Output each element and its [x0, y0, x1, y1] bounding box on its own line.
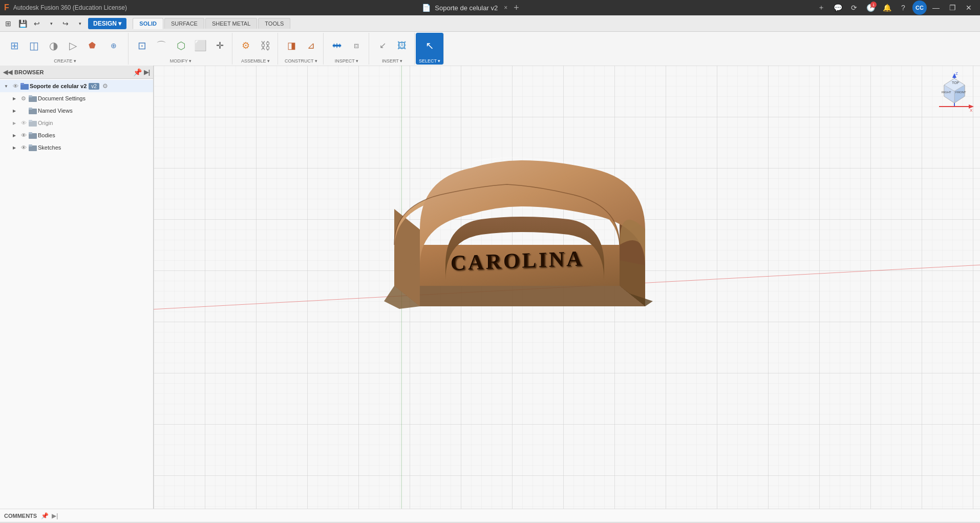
comments-pin-btn[interactable]: 📌 — [41, 512, 49, 519]
folder-icon-doc — [29, 95, 37, 102]
browser-content: 👁 Soporte de celular v2 v2 ⚙ ⚙ Document … — [0, 79, 153, 509]
win-restore-btn[interactable]: ❐ — [945, 3, 960, 13]
fillet-btn[interactable]: ⌒ — [152, 36, 171, 55]
joint-btn[interactable]: ⚙ — [237, 36, 255, 55]
comments-label: COMMENTS — [4, 513, 37, 519]
tab-solid[interactable]: SOLID — [133, 18, 163, 29]
comment-btn[interactable]: 💬 — [830, 1, 845, 15]
comments-bar: COMMENTS 📌 ▶| — [0, 509, 980, 522]
insert-group: ↙ 🖼 INSERT ▾ — [370, 33, 415, 65]
expand-bodies[interactable] — [10, 131, 18, 139]
insert-derive-btn[interactable]: ↙ — [373, 36, 392, 55]
modify-group: ⊡ ⌒ ⬡ ⬜ ✛ MODIFY ▾ — [130, 33, 232, 65]
browser-panel: ◀◀ BROWSER 📌 ▶| 👁 Soporte de celular v2 … — [0, 66, 154, 509]
browser-item-sketches[interactable]: 👁 Sketches — [0, 141, 153, 154]
win-minimize-btn[interactable]: — — [929, 3, 943, 13]
revolve-btn[interactable]: ◑ — [44, 36, 62, 55]
svg-text:Z: Z — [955, 71, 958, 76]
loft-btn[interactable]: ⬟ — [83, 36, 101, 55]
sweep-btn[interactable]: ▷ — [63, 36, 82, 55]
extrude-btn[interactable]: ◫ — [25, 36, 43, 55]
new-component-btn[interactable]: ⊞ — [5, 36, 24, 55]
tab-sheet-metal[interactable]: SHEET METAL — [205, 18, 257, 29]
select-btn[interactable]: ↖ — [420, 36, 439, 55]
title-bar: F Autodesk Fusion 360 (Education License… — [0, 0, 980, 15]
bell-btn[interactable]: 🔔 — [880, 1, 894, 15]
motion-link-btn[interactable]: ⛓ — [256, 36, 274, 55]
win-close-btn[interactable]: ✕ — [962, 3, 976, 13]
construct-label: CONSTRUCT ▾ — [285, 58, 317, 64]
svg-text:CAROLINA: CAROLINA — [452, 247, 585, 276]
add-btn[interactable]: ＋ — [814, 1, 828, 15]
move-btn[interactable]: ✛ — [210, 36, 229, 55]
browser-item-root[interactable]: 👁 Soporte de celular v2 v2 ⚙ — [0, 80, 153, 92]
avatar-btn[interactable]: CC — [912, 1, 927, 15]
rib-btn[interactable]: ⊕ — [102, 36, 125, 55]
doc-icon: 📄 — [422, 4, 431, 12]
offset-plane-btn[interactable]: ◨ — [282, 36, 301, 55]
insert-canvas-btn[interactable]: 🖼 — [393, 36, 411, 55]
browser-item-doc-settings[interactable]: ⚙ Document Settings — [0, 92, 153, 104]
browser-item-named-views[interactable]: Named Views — [0, 104, 153, 117]
grid-menu-btn[interactable]: ⊞ — [2, 17, 14, 30]
insert-label: INSERT ▾ — [382, 58, 402, 64]
root-label: Soporte de celular v2 — [30, 83, 87, 89]
view-cube[interactable]: Z X TOP FRONT RIGHT — [934, 71, 975, 112]
tab-close-btn[interactable]: × — [504, 4, 507, 11]
vis-icon-named[interactable] — [19, 107, 28, 115]
vis-icon-sketches[interactable]: 👁 — [19, 143, 28, 152]
vis-icon-bodies[interactable]: 👁 — [19, 131, 28, 139]
vis-icon-origin[interactable]: 👁 — [19, 119, 28, 127]
construct-more-btn[interactable]: ⊿ — [302, 36, 320, 55]
section-analysis-btn[interactable]: ⧈ — [347, 36, 366, 55]
redo-dropdown[interactable]: ▾ — [74, 17, 86, 30]
save-btn[interactable]: 💾 — [16, 17, 29, 30]
measure-btn[interactable] — [328, 36, 346, 55]
tab-tools[interactable]: TOOLS — [258, 18, 290, 29]
root-settings-btn[interactable]: ⚙ — [102, 82, 108, 90]
app-icon: F — [4, 3, 9, 12]
undo-btn[interactable]: ↩ — [31, 17, 43, 30]
app-title: Autodesk Fusion 360 (Education License) — [13, 4, 127, 11]
modify-label: MODIFY ▾ — [170, 58, 191, 64]
expand-sketches[interactable] — [10, 143, 18, 152]
expand-doc-settings[interactable] — [10, 94, 18, 102]
browser-pin-btn[interactable]: 📌 — [133, 68, 142, 76]
comments-collapse-btn[interactable]: ▶| — [52, 512, 58, 519]
help-btn[interactable]: ? — [896, 1, 910, 15]
folder-icon-named — [29, 107, 37, 114]
svg-text:FRONT: FRONT — [955, 91, 966, 94]
undo-dropdown[interactable]: ▾ — [45, 17, 57, 30]
svg-text:X: X — [970, 108, 973, 112]
browser-label: BROWSER — [14, 69, 131, 75]
tab-surface[interactable]: SURFACE — [164, 18, 204, 29]
chamfer-btn[interactable]: ⬡ — [172, 36, 190, 55]
expand-root[interactable] — [2, 82, 10, 90]
bodies-label: Bodies — [38, 132, 55, 138]
create-group: ⊞ ◫ ◑ ▷ ⬟ ⊕ CREATE ▾ — [2, 33, 129, 65]
toolbar-row1: ⊞ 💾 ↩ ▾ ↪ ▾ DESIGN ▾ SOLID SURFACE SHEET… — [0, 15, 980, 32]
svg-rect-11 — [29, 120, 32, 122]
redo-btn[interactable]: ↪ — [59, 17, 72, 30]
vis-icon-root[interactable]: 👁 — [11, 82, 19, 90]
topright-icons: ＋ 💬 ⟳ 🕐 1 🔔 ? CC — ❐ ✕ — [814, 1, 976, 15]
main-area: ◀◀ BROWSER 📌 ▶| 👁 Soporte de celular v2 … — [0, 66, 980, 509]
expand-named-views[interactable] — [10, 107, 18, 115]
folder-icon-bodies — [29, 132, 37, 139]
browser-back-btn[interactable]: ◀◀ — [3, 69, 12, 76]
shell-btn[interactable]: ⬜ — [191, 36, 209, 55]
press-pull-btn[interactable]: ⊡ — [133, 36, 151, 55]
expand-origin[interactable] — [10, 119, 18, 127]
vis-icon-doc[interactable]: ⚙ — [19, 94, 28, 102]
refresh-btn[interactable]: ⟳ — [847, 1, 861, 15]
browser-item-origin[interactable]: 👁 Origin — [0, 117, 153, 129]
browser-collapse-btn[interactable]: ▶| — [144, 69, 150, 76]
tab-bar: SOLID SURFACE SHEET METAL TOOLS — [133, 18, 290, 29]
folder-icon-sketches — [29, 144, 37, 151]
new-tab-btn[interactable]: + — [514, 3, 519, 13]
design-mode-btn[interactable]: DESIGN ▾ — [88, 18, 126, 29]
svg-rect-9 — [29, 108, 32, 110]
browser-item-bodies[interactable]: 👁 Bodies — [0, 129, 153, 141]
folder-icon-root — [20, 82, 29, 90]
viewport[interactable]: CAROLINA CAROLINA Z X — [154, 66, 980, 509]
